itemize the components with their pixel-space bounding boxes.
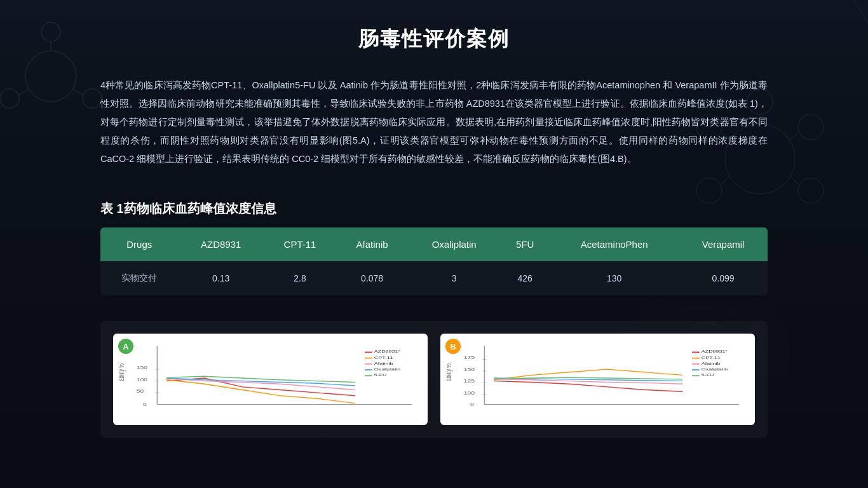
- svg-text:150: 150: [464, 367, 475, 372]
- col-header-5fu: 5FU: [500, 227, 550, 261]
- col-header-azd: AZD8931: [179, 227, 264, 261]
- svg-rect-38: [365, 369, 372, 370]
- table-row: 实物交付 0.13 2.8 0.078 3 426 130 0.099: [100, 261, 768, 295]
- chart-b-svg: ability % 0 100 125 150 175: [447, 340, 749, 416]
- charts-area: A ability % 0 50 100 150: [100, 321, 768, 438]
- col-header-oxaliplatin: Oxaliplatin: [408, 227, 500, 261]
- svg-text:Afatinib: Afatinib: [702, 362, 721, 366]
- col-header-cpt: CPT-11: [264, 227, 336, 261]
- col-header-acetaminophen: AcetaminoPhen: [550, 227, 679, 261]
- svg-text:ability %: ability %: [119, 363, 126, 381]
- cell-row-label: 实物交付: [100, 261, 179, 295]
- cell-verapamil-val: 0.099: [679, 261, 768, 295]
- svg-text:5-FU: 5-FU: [702, 373, 714, 377]
- svg-rect-56: [692, 358, 700, 359]
- svg-rect-34: [365, 358, 372, 359]
- svg-text:CPT-11: CPT-11: [374, 355, 393, 360]
- col-header-verapamil: Verapamil: [679, 227, 768, 261]
- chart-a-label: A: [118, 339, 133, 354]
- chart-panel-b: B ability % 0 100 125 150 175: [440, 334, 755, 425]
- svg-rect-58: [692, 363, 700, 365]
- svg-text:100: 100: [137, 377, 148, 382]
- chart-b-label: B: [445, 339, 461, 354]
- table-section: 表 1药物临床血药峰值浓度信息 Drugs AZD8931 CPT-11 Afa…: [100, 200, 768, 295]
- col-header-drugs: Drugs: [100, 227, 179, 261]
- svg-rect-40: [365, 375, 372, 376]
- svg-text:175: 175: [464, 355, 475, 360]
- svg-text:0: 0: [143, 402, 147, 407]
- svg-text:AZD8931*: AZD8931*: [374, 349, 400, 354]
- svg-rect-32: [365, 351, 372, 353]
- svg-rect-60: [692, 369, 700, 370]
- cell-5fu-val: 426: [500, 261, 550, 295]
- body-text: 4种常见的临床泻高发药物CPT-11、Oxallplatin5-FU 以及 Aa…: [100, 76, 768, 168]
- chart-panel-a: A ability % 0 50 100 150: [113, 334, 428, 425]
- svg-text:100: 100: [464, 391, 475, 395]
- svg-text:5-FU: 5-FU: [374, 373, 387, 377]
- svg-text:ability %: ability %: [447, 363, 453, 381]
- svg-text:Oxaliplatin: Oxaliplatin: [374, 367, 401, 372]
- col-header-afatinib: Afatinib: [336, 227, 408, 261]
- cell-afatinib-val: 0.078: [336, 261, 408, 295]
- svg-text:Oxaliplatin: Oxaliplatin: [702, 367, 728, 372]
- cell-acetaminophen-val: 130: [550, 261, 679, 295]
- section-title: 肠毒性评价案例: [0, 25, 868, 53]
- svg-rect-36: [365, 363, 372, 365]
- svg-text:125: 125: [464, 379, 475, 383]
- svg-text:0: 0: [470, 402, 474, 407]
- svg-rect-62: [692, 375, 700, 376]
- svg-text:Afatinib: Afatinib: [374, 362, 393, 366]
- cell-oxaliplatin-val: 3: [408, 261, 500, 295]
- data-table: Drugs AZD8931 CPT-11 Afatinib Oxaliplati…: [100, 227, 768, 295]
- svg-text:50: 50: [137, 389, 144, 393]
- table-header-row: Drugs AZD8931 CPT-11 Afatinib Oxaliplati…: [100, 227, 768, 261]
- chart-a-svg: ability % 0 50 100 150: [119, 340, 421, 416]
- cell-azd-val: 0.13: [179, 261, 264, 295]
- svg-text:150: 150: [137, 365, 148, 370]
- svg-text:AZD8931*: AZD8931*: [702, 349, 728, 354]
- table-title: 表 1药物临床血药峰值浓度信息: [100, 200, 768, 217]
- cell-cpt-val: 2.8: [264, 261, 336, 295]
- svg-rect-54: [692, 351, 700, 353]
- svg-text:CPT-11: CPT-11: [702, 355, 721, 360]
